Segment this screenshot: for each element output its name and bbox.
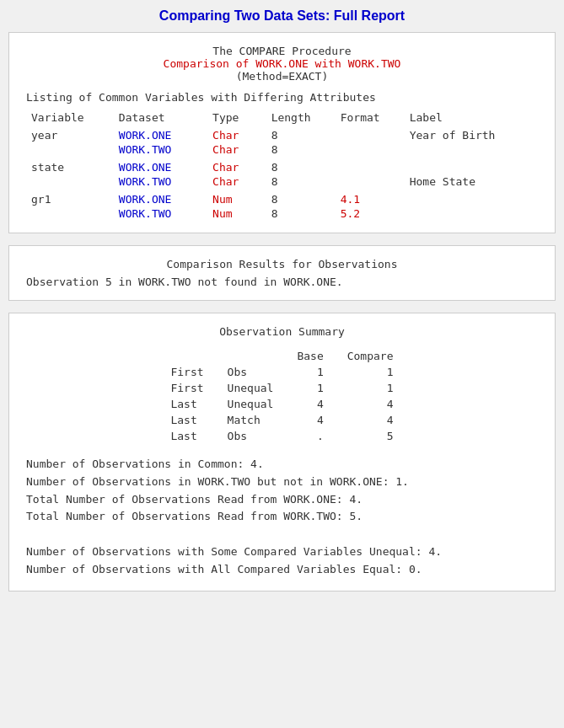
obs-col-header-label1 xyxy=(158,348,215,364)
obs-table-row: Last Match 4 4 xyxy=(158,412,405,428)
col-header-dataset: Dataset xyxy=(114,110,207,125)
cell-variable xyxy=(26,142,114,157)
table-header-row: Variable Dataset Type Length Format Labe… xyxy=(26,110,538,125)
obs-cell-label2: Unequal xyxy=(216,380,286,396)
comparison-line-text: Comparison of WORK.ONE with WORK.TWO xyxy=(26,57,538,70)
observation-notes: Number of Observations in Common: 4.Numb… xyxy=(26,456,538,579)
cell-dataset: WORK.ONE xyxy=(114,160,207,174)
compare-header: The COMPARE Procedure Comparison of WORK… xyxy=(26,45,538,83)
obs-cell-base: 1 xyxy=(285,364,335,380)
cell-label: Year of Birth xyxy=(405,128,538,142)
cell-format xyxy=(336,160,405,174)
obs-cell-label2: Match xyxy=(216,412,286,428)
panel-comparison-results: Comparison Results for Observations Obse… xyxy=(8,245,556,301)
obs-cell-label2: Obs xyxy=(216,364,286,380)
obs-cell-base: . xyxy=(285,428,335,444)
table-row: state WORK.ONE Char 8 xyxy=(26,160,538,174)
col-header-format: Format xyxy=(336,110,405,125)
cell-length: 8 xyxy=(266,142,336,157)
obs-cell-label1: Last xyxy=(158,412,215,428)
cell-variable xyxy=(26,174,114,189)
page-title: Comparing Two Data Sets: Full Report xyxy=(8,8,556,24)
obs-table-row: Last Unequal 4 4 xyxy=(158,396,405,412)
obs-note-line: Number of Observations in Common: 4. xyxy=(26,456,538,474)
observation-summary-table: Base Compare First Obs 1 1 First Unequal… xyxy=(158,348,405,444)
cell-type: Char xyxy=(207,174,266,189)
cell-format xyxy=(336,174,405,189)
variables-table: Variable Dataset Type Length Format Labe… xyxy=(26,110,538,221)
cell-label xyxy=(405,160,538,174)
obs-cell-compare: 1 xyxy=(336,380,406,396)
obs-cell-label2: Unequal xyxy=(216,396,286,412)
cell-length: 8 xyxy=(266,206,336,221)
obs-note-line: Number of Observations with Some Compare… xyxy=(26,543,538,561)
table-row: WORK.TWO Char 8 xyxy=(26,142,538,157)
obs-note-line: Number of Observations with All Compared… xyxy=(26,561,538,579)
col-header-type: Type xyxy=(207,110,266,125)
cell-type: Char xyxy=(207,142,266,157)
col-header-variable: Variable xyxy=(26,110,114,125)
obs-cell-compare: 4 xyxy=(336,396,406,412)
cell-format xyxy=(336,128,405,142)
cell-length: 8 xyxy=(266,192,336,206)
cell-type: Num xyxy=(207,192,266,206)
cell-variable: state xyxy=(26,160,114,174)
cell-dataset: WORK.TWO xyxy=(114,174,207,189)
cell-label xyxy=(405,206,538,221)
obs-cell-base: 4 xyxy=(285,412,335,428)
cell-dataset: WORK.ONE xyxy=(114,192,207,206)
table-row: gr1 WORK.ONE Num 8 4.1 xyxy=(26,192,538,206)
table-row: year WORK.ONE Char 8 Year of Birth xyxy=(26,128,538,142)
obs-cell-label1: Last xyxy=(158,396,215,412)
panel-observation-summary: Observation Summary Base Compare First O… xyxy=(8,313,556,592)
cell-type: Num xyxy=(207,206,266,221)
cell-label xyxy=(405,192,538,206)
cell-variable: gr1 xyxy=(26,192,114,206)
cell-format xyxy=(336,142,405,157)
obs-table-row: First Obs 1 1 xyxy=(158,364,405,380)
cell-variable xyxy=(26,206,114,221)
obs-note-line: Number of Observations in WORK.TWO but n… xyxy=(26,474,538,491)
obs-cell-label1: Last xyxy=(158,428,215,444)
cell-dataset: WORK.ONE xyxy=(114,128,207,142)
proc-title-text: The COMPARE Procedure xyxy=(26,45,538,57)
method-line-text: (Method=EXACT) xyxy=(26,70,538,83)
section-heading-differing-attrs: Listing of Common Variables with Differi… xyxy=(26,91,538,104)
obs-table-row: Last Obs . 5 xyxy=(158,428,405,444)
obs-table-row: First Unequal 1 1 xyxy=(158,380,405,396)
obs-cell-label1: First xyxy=(158,364,215,380)
cell-type: Char xyxy=(207,128,266,142)
panel2-title: Comparison Results for Observations xyxy=(26,258,538,270)
cell-format: 5.2 xyxy=(336,206,405,221)
cell-variable: year xyxy=(26,128,114,142)
obs-cell-compare: 4 xyxy=(336,412,406,428)
cell-label: Home State xyxy=(405,174,538,189)
observation-not-found-note: Observation 5 in WORK.TWO not found in W… xyxy=(26,276,538,288)
panel-common-variables: The COMPARE Procedure Comparison of WORK… xyxy=(8,32,556,233)
obs-col-header-compare: Compare xyxy=(336,348,406,364)
cell-length: 8 xyxy=(266,174,336,189)
cell-dataset: WORK.TWO xyxy=(114,206,207,221)
obs-table-header-row: Base Compare xyxy=(158,348,405,364)
obs-cell-compare: 1 xyxy=(336,364,406,380)
table-row: WORK.TWO Char 8 Home State xyxy=(26,174,538,189)
obs-col-header-base: Base xyxy=(285,348,335,364)
panel3-title: Observation Summary xyxy=(26,325,538,338)
table-row: WORK.TWO Num 8 5.2 xyxy=(26,206,538,221)
obs-note-line: Total Number of Observations Read from W… xyxy=(26,491,538,509)
cell-length: 8 xyxy=(266,160,336,174)
col-header-label: Label xyxy=(405,110,538,125)
obs-cell-base: 1 xyxy=(285,380,335,396)
cell-label xyxy=(405,142,538,157)
obs-col-header-label2 xyxy=(216,348,286,364)
cell-type: Char xyxy=(207,160,266,174)
col-header-length: Length xyxy=(266,110,336,125)
obs-cell-base: 4 xyxy=(285,396,335,412)
obs-cell-label1: First xyxy=(158,380,215,396)
cell-length: 8 xyxy=(266,128,336,142)
cell-format: 4.1 xyxy=(336,192,405,206)
obs-cell-compare: 5 xyxy=(336,428,406,444)
cell-dataset: WORK.TWO xyxy=(114,142,207,157)
obs-note-line: Total Number of Observations Read from W… xyxy=(26,508,538,526)
obs-cell-label2: Obs xyxy=(216,428,286,444)
